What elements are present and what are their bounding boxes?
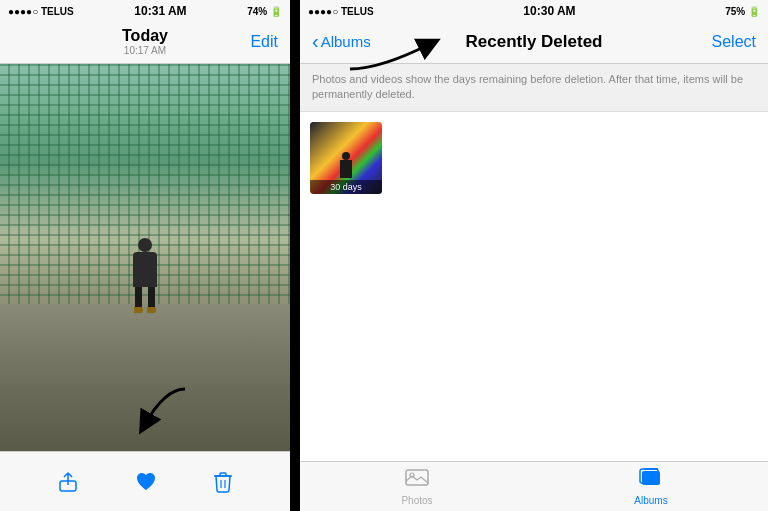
person-boot-left	[134, 307, 143, 313]
status-bar-right: ●●●●○ TELUS 10:30 AM 75% 🔋	[300, 0, 768, 20]
carrier-left: ●●●●○ TELUS	[8, 6, 74, 17]
trash-icon	[213, 471, 233, 493]
left-panel: ●●●●○ TELUS 10:31 AM 74% 🔋 Today 10:17 A…	[0, 0, 290, 511]
svg-rect-7	[644, 468, 658, 470]
info-text: Photos and videos show the days remainin…	[312, 72, 756, 103]
edit-button[interactable]: Edit	[250, 33, 278, 51]
deleted-photo-thumb[interactable]: 30 days	[310, 122, 382, 194]
albums-tab-label: Albums	[634, 495, 667, 506]
tab-albums[interactable]: Albums	[534, 467, 768, 506]
time-right: 10:30 AM	[523, 4, 575, 18]
albums-icon-svg	[639, 467, 663, 487]
person-boot-right	[147, 307, 156, 313]
nav-bar-right: ‹ Albums Recently Deleted Select	[300, 20, 768, 64]
tab-bar: Photos Albums	[300, 461, 768, 511]
photos-grid: 30 days	[300, 112, 768, 461]
carrier-right: ●●●●○ TELUS	[308, 6, 374, 17]
heart-button[interactable]	[134, 471, 158, 493]
share-button[interactable]	[57, 471, 79, 493]
photos-tab-label: Photos	[401, 495, 432, 506]
nav-bar-left: Today 10:17 AM Edit	[0, 20, 290, 64]
center-divider	[290, 0, 300, 511]
info-bar: Photos and videos show the days remainin…	[300, 64, 768, 112]
nav-title-left: Today 10:17 AM	[122, 27, 168, 56]
tab-photos[interactable]: Photos	[300, 467, 534, 506]
battery-right: 75% 🔋	[725, 6, 760, 17]
status-bar-left: ●●●●○ TELUS 10:31 AM 74% 🔋	[0, 0, 290, 20]
person-leg-right	[148, 287, 155, 309]
photo-container	[0, 64, 290, 451]
trash-button[interactable]	[213, 471, 233, 493]
photo-scene	[0, 64, 290, 451]
right-panel: ●●●●○ TELUS 10:30 AM 75% 🔋 ‹ Albums Rece…	[300, 0, 768, 511]
toolbar-left	[0, 451, 290, 511]
person-legs	[131, 287, 159, 313]
time-left: 10:31 AM	[134, 4, 186, 18]
days-label: 30 days	[310, 180, 382, 194]
back-button[interactable]: ‹ Albums	[312, 30, 371, 53]
person-leg-left	[135, 287, 142, 309]
back-label: Albums	[321, 33, 371, 50]
nav-title-right: Recently Deleted	[466, 32, 603, 52]
ground	[0, 304, 290, 451]
back-chevron-icon: ‹	[312, 30, 319, 53]
select-button[interactable]: Select	[712, 33, 756, 51]
person-head	[138, 238, 152, 252]
heart-icon	[134, 471, 158, 493]
person-body	[133, 252, 157, 287]
share-icon	[57, 471, 79, 493]
albums-tab-icon	[639, 467, 663, 492]
photos-tab-icon	[405, 467, 429, 492]
person-figure	[131, 238, 159, 308]
photos-icon-svg	[405, 467, 429, 487]
battery-left: 74% 🔋	[247, 6, 282, 17]
